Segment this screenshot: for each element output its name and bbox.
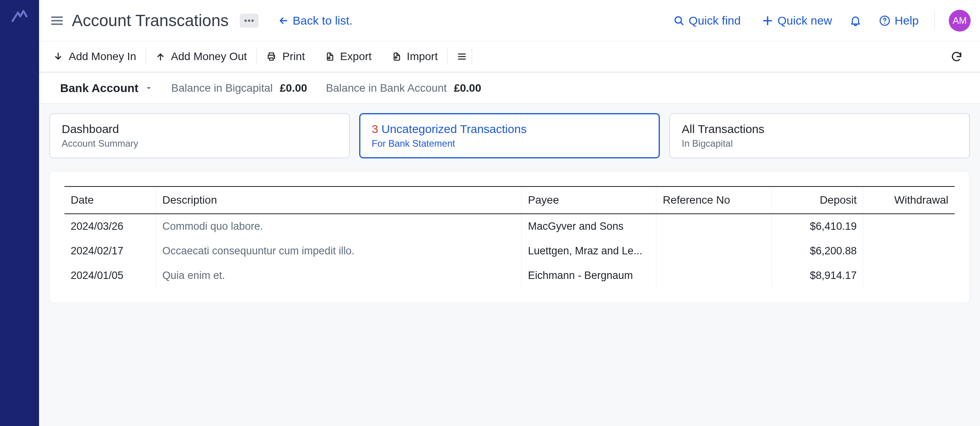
balance-bank: Balance in Bank Account £0.00 [326,82,481,94]
cell-deposit: $6,410.19 [772,214,863,239]
refresh-icon [950,50,963,63]
svg-point-2 [251,20,254,22]
table-row[interactable]: 2024/03/26Commodi quo labore.MacGyver an… [64,214,955,239]
tabs-row: Dashboard Account Summary 3 Uncategorize… [49,113,970,158]
col-reference[interactable]: Reference No [656,186,772,214]
tab-all-transactions[interactable]: All Transactions In Bigcapital [669,113,970,158]
balance-bar: Bank Account Balance in Bigcapital £0.00… [39,73,980,104]
print-icon [266,51,277,62]
cell-payee: MacGyver and Sons [522,214,656,239]
arrow-up-icon [155,51,166,62]
cell-deposit: $8,914.17 [772,263,863,288]
cell-date: 2024/01/05 [64,263,156,288]
quick-new-label: Quick new [777,14,832,27]
arrow-down-icon [53,51,63,62]
divider [934,11,935,30]
import-icon [390,51,401,62]
back-to-list-link[interactable]: Back to list. [278,14,353,27]
svg-point-0 [244,20,247,22]
add-money-in-button[interactable]: Add Money In [53,50,146,63]
actionbar: Add Money In Add Money Out Print Export … [39,41,980,73]
balance-bank-value: £0.00 [454,82,481,94]
account-selector-label: Bank Account [60,82,139,95]
tab-uncategorized-count: 3 [372,122,378,135]
content-area: Dashboard Account Summary 3 Uncategorize… [39,104,980,426]
notifications-button[interactable] [845,10,866,32]
cell-withdrawal [863,263,955,288]
col-deposit[interactable]: Deposit [772,186,863,214]
page-title: Account Transcations [72,11,229,30]
tab-uncategorized-title-text: Uncategorized Transactions [378,122,527,135]
col-withdrawal[interactable]: Withdrawal [863,186,955,214]
tab-dashboard-title: Dashboard [62,122,337,136]
tab-all-title: All Transactions [682,122,957,136]
cell-withdrawal [863,239,955,263]
svg-point-1 [248,20,250,22]
account-selector[interactable]: Bank Account [60,82,153,95]
quick-find-label: Quick find [689,14,741,27]
import-button[interactable]: Import [381,50,447,63]
help-icon [879,15,891,27]
svg-point-6 [273,56,274,57]
print-button[interactable]: Print [257,50,314,63]
cell-payee: Eichmann - Bergnaum [522,263,656,288]
add-money-in-label: Add Money In [69,50,136,63]
cell-reference [656,263,772,288]
tab-dashboard[interactable]: Dashboard Account Summary [49,113,350,158]
print-label: Print [282,50,305,63]
cell-reference [656,239,772,263]
table-row[interactable]: 2024/02/17Occaecati consequuntur cum imp… [64,239,955,263]
svg-point-5 [884,22,886,23]
help-label: Help [894,14,919,27]
col-description[interactable]: Description [156,186,522,214]
tab-uncategorized-subtitle: For Bank Statement [372,138,647,149]
arrow-left-icon [278,15,289,26]
main-content: Account Transcations Back to list. Quick… [39,0,980,426]
bell-icon [849,14,862,27]
cell-date: 2024/03/26 [64,214,156,239]
plus-icon [762,15,773,27]
export-icon [324,51,335,62]
tab-dashboard-subtitle: Account Summary [62,138,337,149]
more-actions-button[interactable] [240,14,258,28]
balance-app-value: £0.00 [280,82,307,94]
transactions-table: Date Description Payee Reference No Depo… [64,186,955,288]
refresh-button[interactable] [947,50,966,63]
search-icon [673,15,685,27]
app-logo[interactable] [10,7,29,426]
cell-date: 2024/02/17 [64,239,156,263]
help-button[interactable]: Help [870,14,927,27]
col-date[interactable]: Date [64,186,156,214]
add-money-out-button[interactable]: Add Money Out [146,50,257,63]
avatar[interactable]: AM [949,10,971,32]
cell-reference [656,214,772,239]
chevron-down-icon [145,84,153,92]
add-money-out-label: Add Money Out [171,50,247,63]
list-view-button[interactable] [447,51,472,62]
cell-description: Occaecati consequuntur cum impedit illo. [156,239,522,263]
export-label: Export [340,50,372,63]
export-button[interactable]: Export [314,50,381,63]
topbar: Account Transcations Back to list. Quick… [39,0,980,41]
cell-withdrawal [863,214,955,239]
quick-find-button[interactable]: Quick find [665,14,749,27]
tab-all-subtitle: In Bigcapital [682,138,957,149]
tab-uncategorized[interactable]: 3 Uncategorized Transactions For Bank St… [359,113,660,158]
cell-payee: Luettgen, Mraz and Le... [522,239,656,263]
cell-description: Quia enim et. [156,263,522,288]
tab-uncategorized-title: 3 Uncategorized Transactions [372,122,647,136]
balance-bank-label: Balance in Bank Account [326,82,447,94]
col-payee[interactable]: Payee [522,186,656,214]
transactions-table-card: Date Description Payee Reference No Depo… [49,171,970,303]
list-icon [457,51,467,62]
menu-toggle-icon[interactable] [48,12,66,29]
cell-description: Commodi quo labore. [156,214,522,239]
table-row[interactable]: 2024/01/05Quia enim et.Eichmann - Bergna… [64,263,955,288]
balance-app-label: Balance in Bigcapital [171,82,273,94]
import-label: Import [407,50,438,63]
quick-new-button[interactable]: Quick new [753,14,841,27]
back-link-label: Back to list. [293,14,353,27]
sidebar [0,0,39,426]
balance-app: Balance in Bigcapital £0.00 [171,82,307,94]
cell-deposit: $6,200.88 [772,239,863,263]
